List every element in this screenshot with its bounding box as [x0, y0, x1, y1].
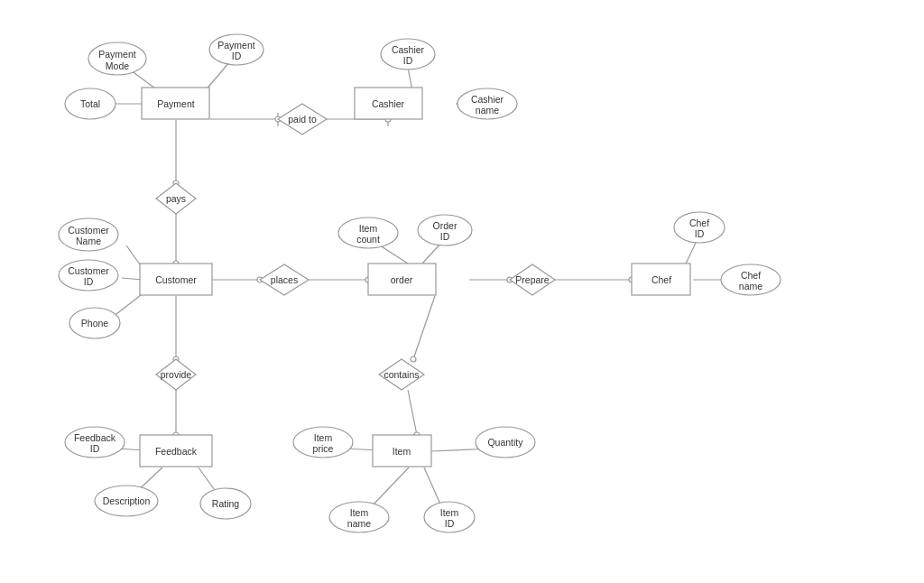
- relation-places-label: places: [271, 274, 298, 285]
- attr-item-count-label2: count: [356, 234, 380, 245]
- attr-customer-name-label2: Name: [76, 236, 101, 246]
- entity-feedback-label: Feedback: [155, 446, 198, 457]
- attr-item-price-label: Item: [314, 432, 333, 443]
- relation-contains-label: contains: [383, 369, 419, 380]
- entity-chef-label: Chef: [651, 274, 671, 285]
- attr-chef-name-label: Chef: [741, 270, 761, 281]
- relation-prepare-label: Prepare: [515, 274, 550, 285]
- attr-chef-id-label: Chef: [689, 217, 709, 228]
- attr-total-label: Total: [80, 98, 100, 109]
- attr-chef-id-label2: ID: [695, 228, 705, 239]
- attr-payment-mode-label2: Mode: [106, 60, 129, 71]
- attr-item-id-label2: ID: [445, 518, 455, 529]
- attr-chef-name-label2: name: [739, 281, 762, 292]
- attr-order-id-label: Order: [433, 220, 457, 231]
- relation-provide-label: provide: [161, 369, 192, 380]
- attr-quantity-label: Quantity: [487, 437, 523, 448]
- svg-line-44: [424, 467, 442, 508]
- svg-point-38: [411, 356, 416, 362]
- entity-payment-label: Payment: [157, 98, 195, 109]
- attr-payment-mode-label: Payment: [98, 49, 136, 60]
- attr-item-price-label2: price: [313, 443, 334, 454]
- entity-cashier-label: Cashier: [372, 98, 405, 109]
- attr-cashier-name-label2: name: [476, 105, 499, 116]
- attr-payment-id-label2: ID: [232, 51, 242, 61]
- svg-line-37: [413, 296, 435, 359]
- attr-feedback-id-label: Feedback: [74, 432, 116, 443]
- er-diagram: Payment Cashier Customer order Chef Feed…: [0, 0, 924, 583]
- svg-line-43: [370, 467, 409, 508]
- attr-item-name-label2: name: [347, 518, 371, 529]
- attr-order-id-label2: ID: [440, 231, 450, 242]
- entity-order-label: order: [391, 274, 413, 285]
- attr-item-count-label: Item: [359, 223, 378, 234]
- attr-item-id-label: Item: [440, 507, 459, 518]
- attr-customer-id-label: Customer: [68, 265, 109, 276]
- attr-phone-label: Phone: [81, 318, 109, 329]
- attr-cashier-name-label: Cashier: [471, 94, 504, 105]
- entity-item-label: Item: [393, 446, 411, 457]
- relation-paidto-label: paid to: [288, 114, 317, 125]
- attr-customer-name-label: Customer: [68, 225, 109, 236]
- attr-feedback-id-label2: ID: [90, 443, 100, 454]
- attr-payment-id-label: Payment: [217, 40, 255, 51]
- attr-item-name-label: Item: [350, 507, 369, 518]
- svg-line-39: [408, 390, 417, 435]
- attr-cashier-id-label: Cashier: [392, 44, 425, 55]
- attr-customer-id-label2: ID: [84, 276, 94, 287]
- relation-pays-label: pays: [166, 193, 186, 204]
- attr-rating-label: Rating: [212, 498, 240, 509]
- entity-customer-label: Customer: [155, 274, 197, 285]
- attr-description-label: Description: [103, 495, 151, 506]
- attr-cashier-id-label2: ID: [403, 55, 413, 66]
